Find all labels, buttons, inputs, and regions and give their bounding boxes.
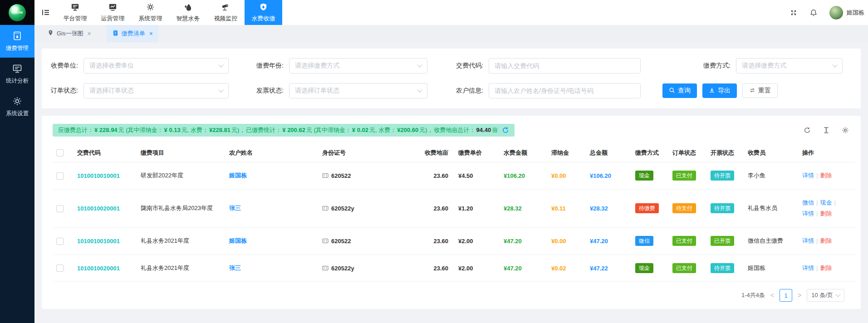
summary-segment: 元 (其中滞纳金： [306, 127, 351, 133]
notification-bell-icon[interactable] [809, 9, 818, 17]
unit-price-cell: ¥2.00 [455, 228, 500, 255]
row-checkbox[interactable] [56, 205, 64, 212]
summary-refresh-icon[interactable] [502, 127, 509, 134]
action-link[interactable]: 删除 [820, 210, 832, 217]
farmer-name-link[interactable]: 张三 [229, 264, 241, 271]
invoice-status-select[interactable]: 请选择订单状态 [289, 83, 427, 98]
next-page-button[interactable]: > [797, 292, 802, 299]
tab-gis-map[interactable]: Gis一张图 × [42, 25, 97, 42]
table-row: 1010010010001礼县水务2021年度姬国栋62052223.60¥2.… [53, 228, 856, 255]
select-all-checkbox[interactable] [56, 149, 64, 157]
reset-button[interactable]: 重置 [742, 83, 778, 98]
refresh-icon[interactable] [804, 127, 811, 134]
menu-item-water-fee[interactable]: 水费收缴 [245, 0, 282, 25]
camera-icon [221, 3, 230, 13]
pay-method-badge-cell: 现金 [632, 162, 669, 190]
action-link[interactable]: 详情 [802, 237, 814, 244]
row-select-cell [53, 228, 74, 255]
menu-item-system[interactable]: 系统管理 [132, 0, 169, 25]
brand-logo: RIEON [0, 0, 34, 25]
table-panel: 应缴费总计：¥ 228.94元 (其中滞纳金：¥ 0.13元, 水费：¥228.… [42, 116, 861, 309]
tab-payment-list[interactable]: 缴费清单 × [107, 25, 158, 42]
farmer-name-link[interactable]: 姬国栋 [229, 172, 247, 179]
map-pin-icon [47, 29, 54, 38]
farmer-name-link[interactable]: 张三 [229, 205, 241, 211]
total-amount-cell: ¥106.20 [586, 162, 632, 190]
area-cell: 23.60 [416, 189, 455, 227]
page-size-select[interactable]: 10 条/页 [807, 289, 844, 302]
order-status-select[interactable]: 请选择订单状态 [83, 83, 229, 98]
brand-name: RIEON [12, 11, 23, 14]
action-link[interactable]: 删除 [820, 172, 832, 179]
user-menu[interactable]: 姬国栋 [829, 6, 864, 20]
current-page-button[interactable]: 1 [780, 289, 792, 302]
payment-method-select[interactable]: 请选择缴费方式 [736, 58, 843, 73]
late-fee-cell: ¥0.02 [548, 254, 586, 282]
select-placeholder: 请选择缴费方式 [742, 62, 829, 70]
close-icon[interactable]: × [149, 30, 153, 37]
column-settings-gear-icon[interactable] [842, 127, 849, 134]
id-number-cell: 620522y [319, 189, 416, 227]
actions-cell: 详情|删除 [799, 162, 856, 190]
prev-page-button[interactable]: < [770, 292, 775, 299]
action-link[interactable]: 删除 [820, 237, 832, 244]
farmer-name-cell: 姬国栋 [226, 162, 319, 190]
select-placeholder: 请选择收费单位 [89, 62, 216, 70]
total-amount-cell: ¥47.22 [586, 254, 632, 282]
filter-group-charge-unit: 收费单位: 请选择收费单位 [47, 58, 229, 73]
payment-code-link[interactable]: 1010010010001 [77, 238, 120, 245]
filter-panel: 收费单位: 请选择收费单位 缴费年份: 请选择缴费方式 交费代码: [42, 49, 861, 108]
action-link[interactable]: 详情 [802, 210, 814, 217]
sidebar-item-settings[interactable]: 系统设置 [0, 90, 34, 123]
payment-year-select[interactable]: 请选择缴费方式 [289, 58, 427, 73]
sidebar-item-statistics[interactable]: 统计分析 [0, 58, 34, 90]
chart-icon [108, 3, 117, 13]
row-height-icon[interactable] [823, 127, 830, 134]
action-link[interactable]: 删除 [820, 264, 832, 271]
menu-item-smart-water[interactable]: 智慧水务 [169, 0, 207, 25]
pay-method-badge: 现金 [635, 263, 653, 273]
column-header: 开票状态 [707, 144, 744, 162]
unit-price-cell: ¥1.20 [455, 189, 500, 227]
menu-item-operations[interactable]: 运营管理 [94, 0, 132, 25]
farmer-name-link[interactable]: 姬国栋 [229, 237, 247, 244]
sidebar-item-label: 缴费管理 [6, 44, 29, 52]
fullscreen-icon[interactable] [790, 9, 798, 17]
filter-group-payment-code: 交费代码: [452, 58, 641, 73]
sidebar-collapse-icon[interactable] [34, 0, 56, 25]
close-icon[interactable]: × [88, 30, 91, 37]
action-link[interactable]: 详情 [802, 264, 814, 271]
unit-price-cell: ¥2.00 [455, 254, 500, 282]
farmer-info-input[interactable] [489, 83, 641, 98]
payment-code-link[interactable]: 1010010020001 [77, 265, 120, 272]
payment-code-link[interactable]: 1010010010001 [77, 172, 120, 179]
document-icon [112, 29, 119, 38]
row-select-cell [53, 162, 74, 190]
invoice-status-badge-cell: 待开票 [707, 254, 744, 282]
action-link[interactable]: 详情 [802, 172, 814, 179]
search-button[interactable]: 查询 [662, 83, 697, 98]
area-cell: 23.60 [416, 162, 455, 190]
action-separator: | [816, 172, 818, 179]
payment-code-input[interactable] [489, 58, 641, 73]
pay-method-badge: 微信 [635, 236, 653, 246]
payment-code-link[interactable]: 1010010020001 [77, 205, 120, 212]
action-link[interactable]: 现金 [820, 199, 832, 206]
export-button[interactable]: 导出 [702, 83, 737, 98]
row-checkbox[interactable] [56, 238, 64, 245]
menu-item-platform[interactable]: 平台管理 [56, 0, 94, 25]
action-separator: | [816, 210, 818, 217]
menu-item-video[interactable]: 视频监控 [207, 0, 245, 25]
area-cell: 23.60 [416, 254, 455, 282]
payment-table: 交费代码 缴费项目 农户姓名 身份证号 收费地亩 缴费单价 水费金额 滞纳金 总… [53, 144, 856, 282]
table-row: 1010010020001陇南市礼县水务局2023年度张三620522y23.6… [53, 189, 856, 227]
sidebar-item-payment-management[interactable]: 缴费管理 [0, 25, 34, 58]
summary-segment: 收费地亩总计： [434, 127, 476, 133]
water-fee-cell: ¥28.32 [500, 189, 548, 227]
filter-label: 缴费方式: [700, 62, 736, 70]
row-checkbox[interactable] [56, 172, 64, 180]
action-link[interactable]: 微信 [802, 199, 814, 206]
topbar: RIEON 平台管理 运营管理 系统管理 智慧水务 视频监控 水费收缴 [0, 0, 868, 25]
charge-unit-select[interactable]: 请选择收费单位 [83, 58, 229, 73]
row-checkbox[interactable] [56, 264, 64, 272]
